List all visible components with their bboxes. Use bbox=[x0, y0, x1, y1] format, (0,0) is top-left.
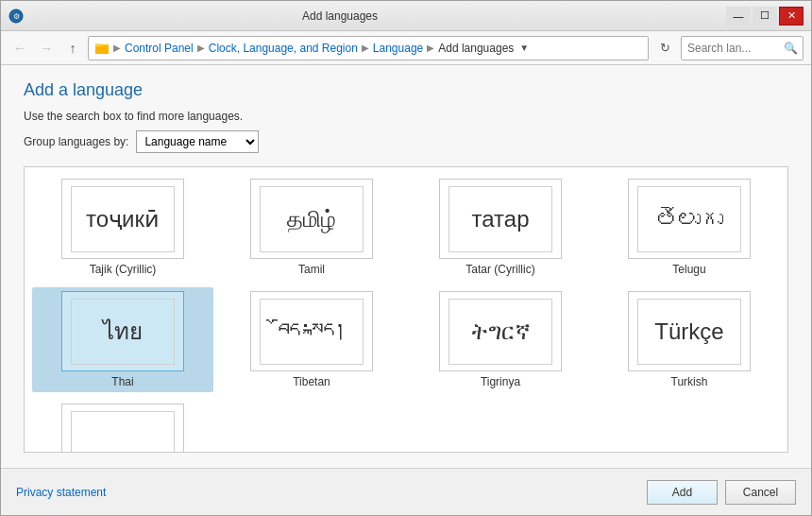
page-title: Add a language bbox=[24, 80, 788, 100]
window-title: Add languages bbox=[29, 9, 651, 23]
lang-name-label: Thai bbox=[111, 375, 133, 388]
footer: Privacy statement Add Cancel bbox=[1, 468, 811, 515]
lang-card bbox=[61, 404, 184, 453]
group-by-select[interactable]: Language name Script Region bbox=[136, 130, 259, 153]
window-controls: — ☐ ✕ bbox=[726, 7, 804, 26]
list-item[interactable]: བོད་སྐད།Tibetan bbox=[221, 287, 402, 392]
svg-rect-3 bbox=[95, 46, 109, 54]
lang-script-display: татар bbox=[448, 186, 552, 252]
lang-script-display: Türkçe bbox=[637, 299, 741, 365]
breadcrumb-clock-lang[interactable]: Clock, Language, and Region bbox=[209, 42, 358, 55]
breadcrumb-control-panel[interactable]: Control Panel bbox=[125, 42, 194, 55]
close-button[interactable]: ✕ bbox=[779, 7, 804, 26]
breadcrumb: ▶ Control Panel ▶ Clock, Language, and R… bbox=[88, 36, 649, 60]
back-button[interactable]: ← bbox=[8, 37, 31, 60]
lang-script-display: тоҷикӣ bbox=[71, 186, 175, 252]
list-item[interactable]: தமிழ்Tamil bbox=[221, 175, 402, 280]
search-icon: 🔍 bbox=[784, 42, 798, 55]
list-item[interactable]: TürkçeTurkish bbox=[599, 287, 780, 392]
search-box-wrapper: 🔍 bbox=[681, 36, 804, 60]
list-item[interactable]: тоҷикӣTajik (Cyrillic) bbox=[32, 175, 213, 280]
lang-name-label: Telugu bbox=[672, 263, 705, 276]
minimize-button[interactable]: — bbox=[726, 7, 751, 26]
cancel-button[interactable]: Cancel bbox=[725, 480, 796, 505]
list-item[interactable]: ไทยThai bbox=[32, 287, 213, 392]
lang-name-label: Tamil bbox=[298, 263, 325, 276]
app-icon: ⚙ bbox=[8, 9, 24, 24]
main-window: ⚙ Add languages — ☐ ✕ ← → ↑ ▶ Control Pa… bbox=[0, 0, 812, 516]
lang-name-label: Tajik (Cyrillic) bbox=[90, 263, 157, 276]
content-area: Add a language Use the search box to fin… bbox=[1, 65, 811, 468]
maximize-button[interactable]: ☐ bbox=[753, 7, 777, 26]
privacy-link[interactable]: Privacy statement bbox=[16, 486, 106, 499]
add-button[interactable]: Add bbox=[647, 480, 718, 505]
address-bar: ← → ↑ ▶ Control Panel ▶ Clock, Language,… bbox=[1, 31, 811, 65]
lang-card: བོད་སྐད། bbox=[250, 291, 373, 371]
list-item[interactable]: Turkmen dili bbox=[32, 400, 213, 453]
lang-name-label: Turkish bbox=[671, 375, 708, 388]
lang-card: தமிழ் bbox=[250, 179, 373, 259]
lang-name-label: Tigrinya bbox=[481, 375, 520, 388]
up-button[interactable]: ↑ bbox=[61, 37, 84, 60]
lang-name-label: Tatar (Cyrillic) bbox=[465, 263, 534, 276]
lang-script-display bbox=[71, 411, 175, 454]
forward-button[interactable]: → bbox=[35, 37, 58, 60]
list-item[interactable]: ትግርኛTigrinya bbox=[410, 287, 591, 392]
title-bar: ⚙ Add languages — ☐ ✕ bbox=[1, 1, 811, 31]
lang-card: татар bbox=[439, 179, 562, 259]
lang-script-display: తెలుగు bbox=[637, 186, 741, 252]
languages-section: тоҷикӣTajik (Cyrillic)தமிழ்TamilтатарTat… bbox=[24, 166, 788, 453]
svg-rect-4 bbox=[95, 43, 101, 46]
lang-script-display: தமிழ் bbox=[260, 186, 364, 252]
breadcrumb-language[interactable]: Language bbox=[373, 42, 423, 55]
breadcrumb-sep-4: ▶ bbox=[427, 43, 434, 53]
breadcrumb-current: Add languages bbox=[438, 42, 514, 55]
lang-name-label: Tibetan bbox=[293, 375, 330, 388]
breadcrumb-dropdown[interactable]: ▼ bbox=[519, 43, 529, 53]
instruction-text: Use the search box to find more language… bbox=[24, 110, 788, 123]
lang-script-display: བོད་སྐད། bbox=[260, 299, 364, 365]
breadcrumb-sep-3: ▶ bbox=[362, 43, 369, 53]
lang-script-display: ትግርኛ bbox=[448, 299, 552, 365]
main-content: Add a language Use the search box to fin… bbox=[1, 65, 811, 468]
footer-buttons: Add Cancel bbox=[647, 480, 796, 505]
lang-script-display: ไทย bbox=[71, 299, 175, 365]
list-item[interactable]: татарTatar (Cyrillic) bbox=[410, 175, 591, 280]
languages-grid-wrapper[interactable]: тоҷикӣTajik (Cyrillic)தமிழ்TamilтатарTat… bbox=[24, 166, 788, 453]
refresh-button[interactable]: ↻ bbox=[652, 36, 677, 60]
lang-card: Türkçe bbox=[628, 291, 751, 371]
svg-text:⚙: ⚙ bbox=[13, 12, 20, 21]
lang-card: తెలుగు bbox=[628, 179, 751, 259]
lang-card: ไทย bbox=[61, 291, 184, 371]
breadcrumb-sep-2: ▶ bbox=[197, 43, 205, 53]
lang-card: тоҷикӣ bbox=[61, 179, 184, 259]
breadcrumb-sep-1: ▶ bbox=[113, 43, 121, 53]
languages-grid: тоҷикӣTajik (Cyrillic)தமிழ்TamilтатарTat… bbox=[32, 175, 780, 453]
folder-icon bbox=[94, 41, 110, 56]
lang-card: ትግርኛ bbox=[439, 291, 562, 371]
group-by-row: Group languages by: Language name Script… bbox=[24, 130, 788, 153]
group-by-label: Group languages by: bbox=[24, 135, 128, 148]
list-item[interactable]: తెలుగుTelugu bbox=[599, 175, 780, 280]
